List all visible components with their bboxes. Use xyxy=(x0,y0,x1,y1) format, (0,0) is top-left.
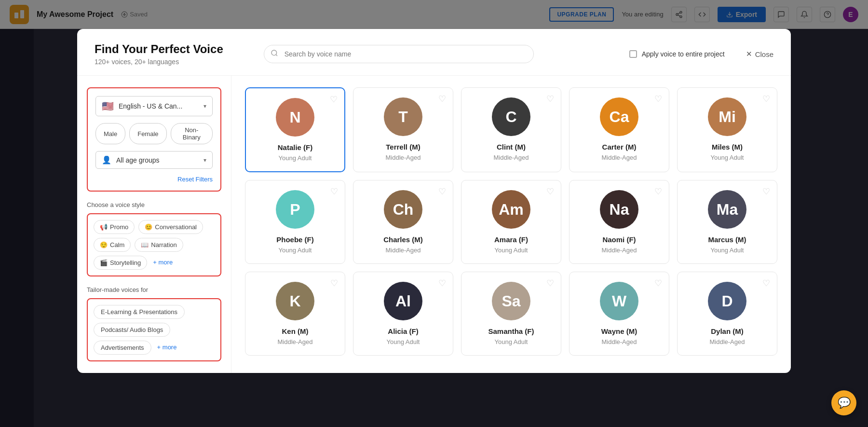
filter-section: 🇺🇸 English - US & Can... ▾ Male Female N… xyxy=(87,87,221,192)
heart-button[interactable]: ♡ xyxy=(438,278,446,289)
voice-age: Young Adult xyxy=(279,154,312,162)
voice-card[interactable]: ♡ N Natalie (F) Young Adult xyxy=(245,87,345,172)
heart-button[interactable]: ♡ xyxy=(762,94,770,104)
voice-card[interactable]: ♡ P Phoebe (F) Young Adult xyxy=(245,180,345,264)
voice-age: Middle-Aged xyxy=(710,338,745,345)
voice-avatar: Ma xyxy=(708,190,746,229)
voice-avatar: C xyxy=(492,97,530,136)
voice-name: Ken (M) xyxy=(282,327,309,335)
voice-age: Middle-Aged xyxy=(386,154,421,161)
tailor-elearning-button[interactable]: E-Learning & Presentations xyxy=(94,305,185,319)
heart-button[interactable]: ♡ xyxy=(330,94,338,105)
voice-age: Young Adult xyxy=(495,338,528,345)
voice-name: Amara (F) xyxy=(494,235,528,244)
voice-age: Young Adult xyxy=(711,247,744,254)
voice-card[interactable]: ♡ D Dylan (M) Middle-Aged xyxy=(677,272,777,356)
svg-point-10 xyxy=(271,50,277,55)
voice-card[interactable]: ♡ Am Amara (F) Young Adult xyxy=(461,180,561,264)
voice-age: Middle-Aged xyxy=(386,247,421,254)
style-storytelling-button[interactable]: 🎬Storytelling xyxy=(94,256,147,270)
voice-avatar: Sa xyxy=(492,282,530,320)
voice-card[interactable]: ♡ Sa Samantha (F) Young Adult xyxy=(461,272,561,356)
voice-name: Naomi (F) xyxy=(602,235,636,244)
voice-name: Clint (M) xyxy=(497,143,526,151)
tailor-more-link[interactable]: + more xyxy=(155,341,179,355)
voice-name: Charles (M) xyxy=(383,235,423,244)
heart-button[interactable]: ♡ xyxy=(546,186,554,197)
find-voice-modal: Find Your Perfect Voice 120+ voices, 20+… xyxy=(77,29,791,373)
age-group-select[interactable]: 👤 All age groups ▾ xyxy=(95,151,213,169)
voice-grid-container: ♡ N Natalie (F) Young Adult ♡ T Terrell … xyxy=(231,76,791,373)
chat-widget[interactable]: 💬 xyxy=(831,390,856,415)
chevron-down-icon: ▾ xyxy=(203,103,206,110)
voice-age: Middle-Aged xyxy=(278,338,313,345)
voice-avatar: W xyxy=(600,282,638,320)
voice-card[interactable]: ♡ K Ken (M) Middle-Aged xyxy=(245,272,345,356)
heart-button[interactable]: ♡ xyxy=(546,278,554,289)
modal-subtitle: 120+ voices, 20+ languages xyxy=(95,58,223,66)
style-conversational-button[interactable]: 😊Conversational xyxy=(138,220,203,234)
voice-card[interactable]: ♡ Na Naomi (F) Middle-Aged xyxy=(569,180,669,264)
person-icon: 👤 xyxy=(102,155,111,165)
voice-card[interactable]: ♡ Al Alicia (F) Young Adult xyxy=(353,272,453,356)
heart-button[interactable]: ♡ xyxy=(762,186,770,197)
style-narration-button[interactable]: 📖Narration xyxy=(135,238,183,252)
close-button[interactable]: ✕ Close xyxy=(746,50,773,58)
gender-nonbinary-button[interactable]: Non-Binary xyxy=(171,123,213,144)
voice-avatar: D xyxy=(708,282,746,320)
voice-card[interactable]: ♡ C Clint (M) Middle-Aged xyxy=(461,87,561,172)
heart-button[interactable]: ♡ xyxy=(654,94,662,104)
tailor-inner: E-Learning & Presentations Podcasts/ Aud… xyxy=(87,298,221,361)
voice-name: Marcus (M) xyxy=(708,235,746,244)
voice-age: Young Adult xyxy=(387,338,420,345)
language-select[interactable]: 🇺🇸 English - US & Can... ▾ xyxy=(95,96,213,116)
gender-male-button[interactable]: Male xyxy=(95,123,125,144)
style-calm-button[interactable]: 😌Calm xyxy=(94,238,131,252)
voice-name: Wayne (M) xyxy=(601,327,637,335)
tailor-ads-button[interactable]: Advertisements xyxy=(94,341,151,355)
voice-avatar: Ch xyxy=(384,190,422,229)
voice-name: Carter (M) xyxy=(602,143,637,151)
voice-style-more-link[interactable]: + more xyxy=(151,256,175,270)
search-input[interactable] xyxy=(264,45,534,63)
voice-card[interactable]: ♡ Mi Miles (M) Young Adult xyxy=(677,87,777,172)
reset-filters-link[interactable]: Reset Filters xyxy=(95,176,213,183)
voice-card[interactable]: ♡ T Terrell (M) Middle-Aged xyxy=(353,87,453,172)
voice-avatar: Am xyxy=(492,190,530,229)
voice-avatar: Na xyxy=(600,190,638,229)
voice-card[interactable]: ♡ Ca Carter (M) Middle-Aged xyxy=(569,87,669,172)
voice-avatar: T xyxy=(384,97,422,136)
voice-avatar: Ca xyxy=(600,97,638,136)
search-icon xyxy=(271,49,278,59)
heart-button[interactable]: ♡ xyxy=(330,186,338,197)
voice-age: Young Adult xyxy=(711,154,744,161)
voice-age: Young Adult xyxy=(495,247,528,254)
tailor-tags: E-Learning & Presentations Podcasts/ Aud… xyxy=(94,305,215,355)
heart-button[interactable]: ♡ xyxy=(438,94,446,104)
heart-button[interactable]: ♡ xyxy=(654,278,662,289)
style-promo-button[interactable]: 📢Promo xyxy=(94,220,135,234)
voice-name: Terrell (M) xyxy=(386,143,420,151)
heart-button[interactable]: ♡ xyxy=(438,186,446,197)
voice-card[interactable]: ♡ W Wayne (M) Middle-Aged xyxy=(569,272,669,356)
voice-name: Phoebe (F) xyxy=(276,235,314,244)
voice-card[interactable]: ♡ Ch Charles (M) Middle-Aged xyxy=(353,180,453,264)
voice-age: Middle-Aged xyxy=(602,154,637,161)
gender-female-button[interactable]: Female xyxy=(129,123,166,144)
voice-style-section: Choose a voice style 📢Promo 😊Conversatio… xyxy=(87,201,221,276)
tailor-podcasts-button[interactable]: Podcasts/ Audio Blogs xyxy=(94,323,170,337)
heart-button[interactable]: ♡ xyxy=(546,94,554,104)
voice-card[interactable]: ♡ Ma Marcus (M) Young Adult xyxy=(677,180,777,264)
voice-avatar: N xyxy=(276,98,314,137)
voice-name: Samantha (F) xyxy=(488,327,534,335)
gender-row: Male Female Non-Binary xyxy=(95,123,213,144)
search-bar[interactable] xyxy=(264,45,534,63)
apply-voice-checkbox[interactable] xyxy=(629,50,637,58)
voice-age: Middle-Aged xyxy=(494,154,529,161)
heart-button[interactable]: ♡ xyxy=(330,278,338,289)
flag-icon: 🇺🇸 xyxy=(102,100,114,112)
modal-overlay: Find Your Perfect Voice 120+ voices, 20+… xyxy=(0,0,868,427)
heart-button[interactable]: ♡ xyxy=(654,186,662,197)
voice-avatar: K xyxy=(276,282,314,320)
heart-button[interactable]: ♡ xyxy=(762,278,770,289)
